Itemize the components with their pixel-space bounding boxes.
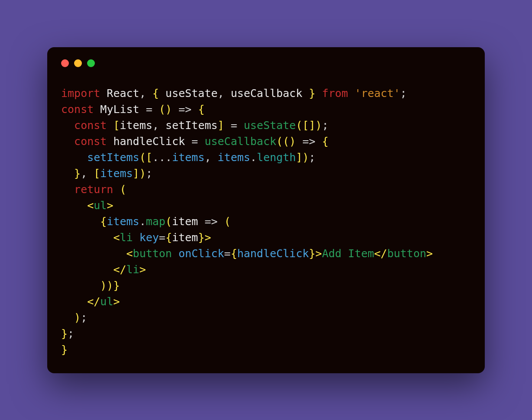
code-token [315,135,322,148]
code-token: useState [159,87,217,100]
code-token: ) [315,119,322,132]
code-token: ul [100,295,113,308]
code-token [61,183,74,196]
code-token: , [217,87,230,100]
code-token: , [81,167,94,180]
code-token: const [74,119,107,132]
code-token: map [146,215,165,228]
code-token [61,135,74,148]
code-token [348,87,354,100]
code-token [61,279,100,292]
code-token: ; [400,87,407,100]
code-token: } [61,343,68,356]
code-token [61,167,74,180]
code-token: setItems [87,151,139,164]
code-token: = [185,135,204,148]
close-icon[interactable] [61,59,69,67]
code-token: ( [296,119,302,132]
code-token [107,135,113,148]
code-token [107,119,113,132]
code-token: } [309,87,315,100]
code-token: ( [165,215,172,228]
code-token: return [74,183,113,196]
code-token: ; [68,327,74,340]
code-token: > [107,199,113,212]
code-token: > [139,263,146,276]
code-token: MyList [100,103,139,116]
code-token: . [139,215,146,228]
code-token: items [217,151,250,164]
code-token: </ [374,247,387,260]
code-token: = [224,247,230,260]
code-token: onClick [178,247,224,260]
code-token: [ [113,119,120,132]
code-token [61,263,113,276]
code-token: , [139,87,152,100]
code-token: const [61,103,94,116]
code-token [217,215,224,228]
code-token: items [120,119,152,132]
code-token: item [172,231,198,244]
code-token: [ [146,151,152,164]
code-token [315,87,322,100]
code-token: ) [302,151,309,164]
code-token: ] [133,167,139,180]
minimize-icon[interactable] [74,59,82,67]
code-token: } [113,279,120,292]
code-token [94,103,100,116]
code-token: setItems [165,119,217,132]
code-token: } [74,167,81,180]
code-token: { [100,215,107,228]
code-token: > [113,295,120,308]
code-token: , [204,151,217,164]
code-token: } [61,327,68,340]
code-token: import [61,87,100,100]
code-token: handleClick [237,247,309,260]
code-token: items [107,215,139,228]
code-token: , [152,119,165,132]
maximize-icon[interactable] [87,59,95,67]
code-token [172,247,178,260]
code-token: ; [309,151,315,164]
code-token [296,135,302,148]
code-token: Add Item [322,247,374,260]
code-token: { [322,135,328,148]
code-token: { [198,103,204,116]
code-token: ... [152,151,172,164]
code-token: item [172,215,198,228]
code-token: < [127,247,133,260]
code-token: { [165,231,172,244]
code-token [61,311,74,324]
code-token: ; [146,167,152,180]
code-token: items [100,167,133,180]
code-token: button [387,247,426,260]
code-token: (() [276,135,296,148]
code-token: => [302,135,315,148]
code-token [61,247,127,260]
code-token: = [159,231,165,244]
code-token [133,231,139,244]
code-token: li [127,263,139,276]
code-token: > [204,231,211,244]
code-token [191,103,198,116]
code-token: button [133,247,172,260]
code-token [198,215,204,228]
code-token: from [322,87,348,100]
code-token [113,183,120,196]
code-token: } [198,231,204,244]
code-token: ] [296,151,302,164]
code-token: < [87,199,94,212]
code-token: ( [139,151,146,164]
code-token: } [309,247,315,260]
code-token: const [74,135,107,148]
code-token [61,151,87,164]
code-block: import React, { useState, useCallback } … [61,85,471,358]
code-token: useState [244,119,296,132]
code-token: li [120,231,133,244]
code-token: [] [302,119,315,132]
code-token: ) [74,311,81,324]
code-token: length [257,151,296,164]
code-token: ] [217,119,224,132]
code-token: = [139,103,159,116]
code-token: items [172,151,204,164]
